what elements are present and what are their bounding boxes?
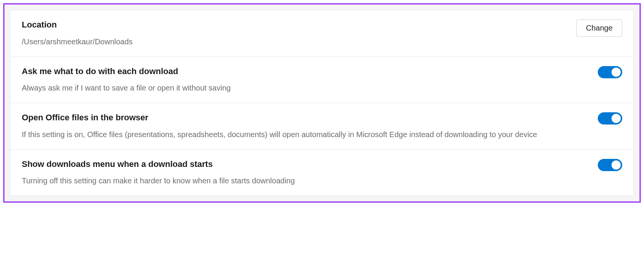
- office-files-title: Open Office files in the browser: [22, 112, 590, 123]
- show-downloads-menu-content: Show downloads menu when a download star…: [22, 159, 590, 187]
- location-content: Location /Users/arshmeetkaur/Downloads: [22, 19, 569, 47]
- office-files-toggle[interactable]: [598, 112, 622, 125]
- office-files-description: If this setting is on, Office files (pre…: [22, 129, 590, 140]
- toggle-knob: [612, 160, 621, 170]
- ask-download-description: Always ask me if I want to save a file o…: [22, 82, 590, 94]
- toggle-knob: [612, 114, 621, 123]
- location-setting-row: Location /Users/arshmeetkaur/Downloads C…: [10, 10, 634, 57]
- toggle-knob: [612, 68, 621, 77]
- office-files-content: Open Office files in the browser If this…: [22, 112, 590, 140]
- office-files-setting-row: Open Office files in the browser If this…: [10, 103, 634, 150]
- location-path: /Users/arshmeetkaur/Downloads: [22, 36, 569, 47]
- show-downloads-menu-description: Turning off this setting can make it har…: [22, 175, 590, 186]
- location-title: Location: [22, 19, 569, 31]
- ask-download-setting-row: Ask me what to do with each download Alw…: [10, 57, 634, 104]
- ask-download-title: Ask me what to do with each download: [22, 66, 590, 77]
- show-downloads-menu-title: Show downloads menu when a download star…: [22, 159, 590, 170]
- show-downloads-menu-setting-row: Show downloads menu when a download star…: [10, 150, 634, 196]
- show-downloads-menu-toggle[interactable]: [598, 159, 622, 171]
- change-location-button[interactable]: Change: [576, 19, 622, 37]
- ask-download-toggle[interactable]: [598, 66, 622, 78]
- downloads-settings-panel: Location /Users/arshmeetkaur/Downloads C…: [10, 10, 634, 196]
- ask-download-content: Ask me what to do with each download Alw…: [22, 66, 590, 94]
- settings-container: Location /Users/arshmeetkaur/Downloads C…: [3, 3, 641, 203]
